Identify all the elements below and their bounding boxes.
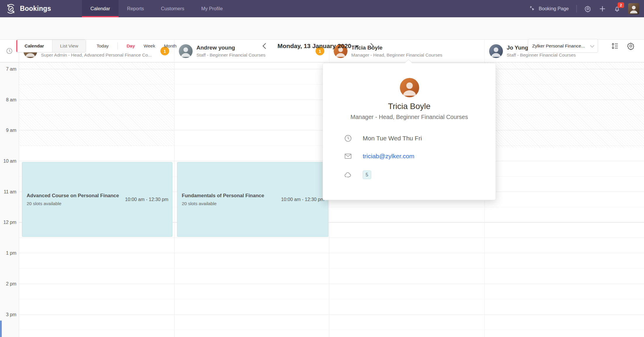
bookings-app: Bookings Calendar Reports Customers My P… (0, 0, 644, 337)
next-day-chevron-icon[interactable] (368, 43, 374, 49)
calendar-toolbar: Calendar List View Today Day Week Month … (0, 17, 644, 40)
workspace-dropdown[interactable]: Zylker Personal Finance... (528, 39, 598, 53)
view-toggle-calendar-label: Calendar (25, 43, 44, 49)
bookings-logo-icon (5, 3, 16, 14)
chevron-down-icon (590, 43, 594, 47)
staff-role: Super Admin - Head, Advanced Personal Fi… (41, 52, 152, 58)
staff-role: Staff - Beginner Financial Courses (196, 52, 266, 58)
event-time: 10:00 am - 12:30 pm (125, 197, 172, 202)
event-text: Advanced Course on Personal Finance 20 s… (22, 193, 125, 206)
toolbar-separator (117, 42, 118, 50)
event-title: Advanced Course on Personal Finance (27, 193, 125, 199)
app-title: Bookings (20, 5, 51, 13)
topbar: Bookings Calendar Reports Customers My P… (0, 0, 644, 17)
nav-tab-reports[interactable]: Reports (119, 0, 153, 17)
popover-email-row: triciab@zylker.com (344, 152, 415, 160)
event-text: Fundamentals of Personal Finance 20 slot… (177, 193, 281, 206)
staff-email-link[interactable]: triciab@zylker.com (363, 153, 415, 160)
event-slots: 20 slots available (182, 201, 281, 206)
popover-staff-role: Manager - Head, Beginner Financial Cours… (323, 114, 496, 120)
time-label: 2 pm (0, 281, 16, 287)
view-toggle-calendar[interactable]: Calendar (16, 40, 52, 52)
working-days-value: Mon Tue Wed Thu Fri (363, 135, 422, 142)
event-fundamentals-course[interactable]: Fundamentals of Personal Finance 20 slot… (177, 162, 328, 237)
time-label: 8 am (0, 97, 16, 103)
scroll-indicator[interactable] (0, 321, 2, 337)
time-label: 1 pm (0, 250, 16, 256)
range-tab-month[interactable]: Month (164, 43, 177, 49)
workspace-dropdown-value: Zylker Personal Finance... (532, 43, 585, 49)
event-title: Fundamentals of Personal Finance (182, 193, 281, 199)
column-divider (174, 62, 174, 337)
time-gutter: 7 am 8 am 9 am 10 am 11 am 12 pm 1 pm 2 … (0, 62, 19, 337)
calendar-settings-gear-icon[interactable] (627, 42, 635, 50)
notification-count-badge: 2 (618, 2, 624, 8)
services-count-badge[interactable]: 5 (363, 171, 371, 179)
view-toggle: Calendar List View (16, 40, 86, 52)
time-label: 3 pm (0, 312, 16, 318)
staff-detail-popover: Tricia Boyle Manager - Head, Beginner Fi… (323, 63, 496, 200)
current-date-label: Monday, 13 January 2020 (278, 42, 351, 50)
clock-icon (6, 47, 13, 55)
time-label: 10 am (0, 158, 16, 164)
popover-working-days-row: Mon Tue Wed Thu Fri (344, 134, 422, 142)
cloud-icon (344, 171, 352, 179)
caret-down-icon (355, 45, 359, 48)
today-button[interactable]: Today (97, 43, 109, 49)
event-time: 10:00 am - 12:30 pm (281, 197, 328, 202)
prev-day-chevron-icon[interactable] (263, 43, 268, 49)
event-slots: 20 slots available (27, 201, 125, 206)
settings-gear-icon[interactable] (584, 5, 591, 12)
envelope-icon (344, 152, 352, 160)
nav-tab-calendar[interactable]: Calendar (82, 0, 119, 17)
booking-page-label: Booking Page (539, 6, 569, 11)
topbar-separator (576, 5, 577, 13)
range-controls: Today Day Week Month (97, 40, 177, 52)
clock-icon (344, 134, 352, 142)
time-label: 11 am (0, 189, 16, 195)
main-nav: Calendar Reports Customers My Profile (82, 0, 231, 17)
nav-tab-customers[interactable]: Customers (153, 0, 193, 17)
booking-page-link[interactable]: Booking Page (529, 6, 569, 12)
range-tab-day[interactable]: Day (126, 43, 135, 49)
topbar-actions: Booking Page 2 (529, 0, 639, 17)
date-picker[interactable]: Monday, 13 January 2020 (278, 42, 359, 50)
non-working-hours-jo (484, 62, 644, 148)
popover-services-row: 5 (344, 171, 371, 179)
row-height-icon[interactable] (611, 42, 619, 50)
nav-tab-calendar-label: Calendar (90, 6, 110, 11)
user-avatar[interactable] (628, 3, 639, 14)
nav-tab-customers-label: Customers (161, 6, 184, 11)
time-label: 12 pm (0, 219, 16, 225)
nav-tab-reports-label: Reports (127, 6, 144, 11)
range-tab-week[interactable]: Week (144, 43, 155, 49)
nav-tab-my-profile-label: My Profile (201, 6, 223, 11)
popover-staff-name: Tricia Boyle (323, 102, 496, 111)
pointer-click-icon (529, 6, 536, 12)
staff-avatar[interactable] (489, 44, 503, 58)
add-plus-icon[interactable] (599, 5, 606, 12)
app-brand[interactable]: Bookings (5, 0, 51, 17)
staff-avatar[interactable] (179, 44, 193, 58)
time-label: 7 am (0, 66, 16, 72)
event-advanced-course[interactable]: Advanced Course on Personal Finance 20 s… (22, 162, 172, 237)
view-toggle-list-label: List View (60, 43, 78, 49)
view-toggle-list[interactable]: List View (52, 40, 86, 52)
staff-role: Manager - Head, Beginner Financial Cours… (351, 52, 442, 58)
date-navigation: Monday, 13 January 2020 (263, 40, 373, 52)
staff-role: Staff - Beginner Financial Courses (507, 52, 576, 58)
staff-name[interactable]: Andrew young (196, 45, 266, 51)
non-working-hours-charles (19, 62, 174, 146)
nav-tab-my-profile[interactable]: My Profile (193, 0, 231, 17)
time-label: 9 am (0, 127, 16, 133)
popover-avatar (400, 78, 419, 97)
notifications-bell-icon[interactable]: 2 (614, 5, 621, 12)
